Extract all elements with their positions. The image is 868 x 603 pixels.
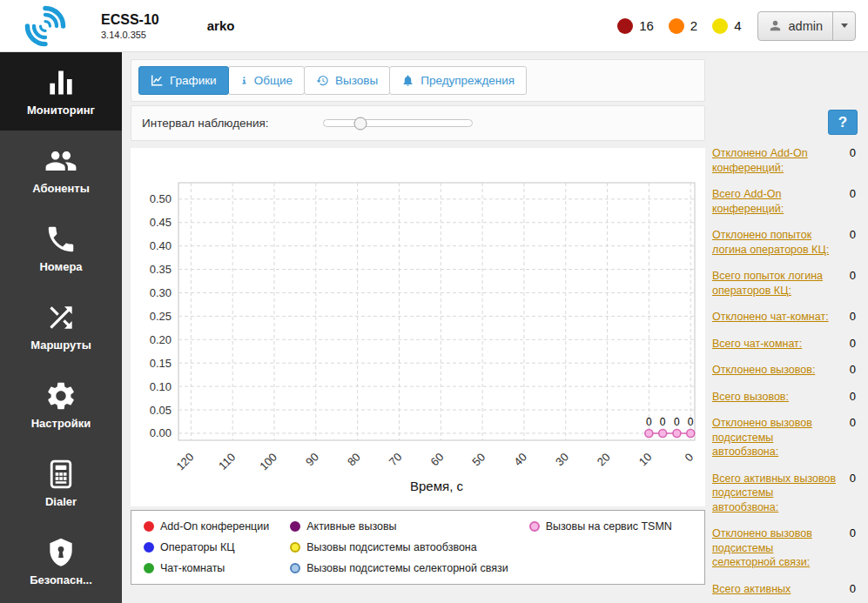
interval-slider[interactable] [323,119,473,127]
app-root: ECSS-10 3.14.0.355 arko 1624 admin Монит… [0,0,868,603]
sidebar-item-label: Номера [39,260,82,273]
shield-icon [44,536,77,569]
sidebar-item-routes[interactable]: Маршруты [0,287,122,365]
gear-icon [44,379,77,412]
stat-link[interactable]: Всего активных вызовов подсистемы автооб… [712,472,838,515]
svg-text:70: 70 [387,451,405,469]
svg-text:0.35: 0.35 [150,263,172,276]
svg-text:0.10: 0.10 [150,380,172,393]
alarm-minor[interactable]: 4 [712,18,741,34]
stat-link[interactable]: Отклонено вызовов: [712,363,815,378]
stat-value: 0 [850,416,859,429]
stat-value: 0 [850,187,859,200]
info-icon [240,74,248,87]
stat-link[interactable]: Отклонено вызовов подсистемы автообзвона… [712,416,838,459]
svg-text:40: 40 [511,451,529,469]
legend-marker-icon [290,542,300,553]
users-icon [44,144,77,178]
svg-text:30: 30 [553,451,571,469]
svg-text:80: 80 [345,451,363,469]
legend-label: Чат-комнаты [160,562,225,574]
user-icon [768,18,783,33]
stat-link[interactable]: Всего Add-On конференций: [712,187,838,216]
dialer-icon [44,458,77,491]
interval-panel: Интервал наблюдения: [131,105,705,141]
legend-label: Вызовы подсистемы селекторной связи [306,562,508,574]
sidebar-item-label: Безопасн... [30,573,92,586]
svg-text:0.05: 0.05 [150,404,172,417]
svg-text:0.20: 0.20 [150,333,172,346]
slider-handle[interactable] [354,117,367,130]
phone-icon [44,223,77,256]
sidebar-item-numbers[interactable]: Номера [0,209,122,287]
legend-marker-icon [144,521,154,532]
stat-link[interactable]: Отклонено чат-комнат: [712,310,829,325]
system-name: arko [207,18,235,33]
stat-link[interactable]: Всего вызовов: [712,390,789,405]
legend-item: Вызовы на сервис TSMN [529,520,672,533]
stat-link[interactable]: Всего попыток логина операторов КЦ: [712,269,838,298]
user-menu-main[interactable]: admin [758,18,833,33]
sidebar-item-label: Настройки [31,417,91,430]
stat-row: Всего вызовов:0 [712,390,859,405]
tab-calls[interactable]: Вызовы [304,66,390,95]
header: ECSS-10 3.14.0.355 arko 1624 admin [0,0,868,52]
alarm-major[interactable]: 2 [669,18,697,34]
sidebar-item-dialer[interactable]: Dialer [0,444,122,522]
stats-column: ? Отклонено Add-On конференций:0Всего Ad… [712,59,859,596]
sidebar-item-settings[interactable]: Настройки [0,365,122,444]
tab-graphs[interactable]: Графики [138,66,229,95]
stat-row: Отклонено вызовов подсистемы автообзвона… [712,416,859,459]
tab-label: Графики [170,74,217,87]
stat-row: Отклонено Add-On конференций:0 [712,146,859,175]
sidebar-item-subscribers[interactable]: Абоненты [0,131,122,209]
user-name: admin [789,19,824,33]
alarm-count: 2 [690,18,697,33]
stat-link[interactable]: Отклонено Add-On конференций: [712,146,838,175]
stat-row: Отклонено вызовов:0 [712,363,859,378]
legend-label: Add-On конференции [160,520,269,533]
svg-text:60: 60 [428,451,447,469]
svg-text:0: 0 [683,451,696,465]
stat-row: Всего чат-комнат:0 [712,337,859,352]
sidebar-item-label: Dialer [45,495,77,508]
svg-text:0.40: 0.40 [150,239,172,252]
bell-icon [401,74,414,87]
tab-warnings[interactable]: Предупреждения [389,66,527,95]
chart-column: ГрафикиОбщиеВызовыПредупреждения Интерва… [131,59,705,596]
stat-link[interactable]: Отклонено вызовов подсистемы селекторной… [712,526,838,570]
app-name: ECSS-10 [101,12,159,28]
header-right: 1624 admin [617,11,856,41]
stat-row: Всего активных0 [712,582,859,597]
user-menu-caret[interactable] [832,12,855,40]
tab-bar: ГрафикиОбщиеВызовыПредупреждения [131,59,705,102]
legend-item: Операторы КЦ [144,541,269,553]
app-title-block: ECSS-10 3.14.0.355 [101,12,159,40]
tab-general[interactable]: Общие [228,66,305,95]
alarm-critical[interactable]: 16 [617,18,654,34]
history-icon [316,74,329,87]
stat-link[interactable]: Отклонено попыток логина операторов КЦ: [712,228,838,257]
svg-text:0: 0 [674,416,680,428]
stat-row: Всего попыток логина операторов КЦ:0 [712,269,859,298]
legend-item: Активные вызовы [290,520,508,533]
user-menu-button[interactable]: admin [757,11,857,41]
tab-label: Общие [254,74,293,87]
chevron-down-icon [841,23,848,28]
legend-label: Вызовы подсистемы автообзвона [306,541,477,553]
main-content: ГрафикиОбщиеВызовыПредупреждения Интерва… [122,52,868,603]
legend-marker-icon [529,521,540,532]
sidebar-item-security[interactable]: Безопасн... [0,522,122,600]
svg-text:120: 120 [174,451,197,473]
shuffle-icon [44,301,77,334]
sidebar-item-monitoring[interactable]: Мониторинг [0,52,122,131]
svg-text:0.00: 0.00 [150,426,172,439]
chart-panel: 0.000.050.100.150.200.250.300.350.400.45… [131,148,705,506]
stat-link[interactable]: Всего активных [712,582,791,597]
legend-item: Add-On конференции [144,520,269,533]
stat-value: 0 [850,472,859,485]
stat-row: Всего активных вызовов подсистемы автооб… [712,472,859,515]
stat-value: 0 [850,363,859,376]
stat-link[interactable]: Всего чат-комнат: [712,337,802,352]
help-button[interactable]: ? [828,110,858,135]
